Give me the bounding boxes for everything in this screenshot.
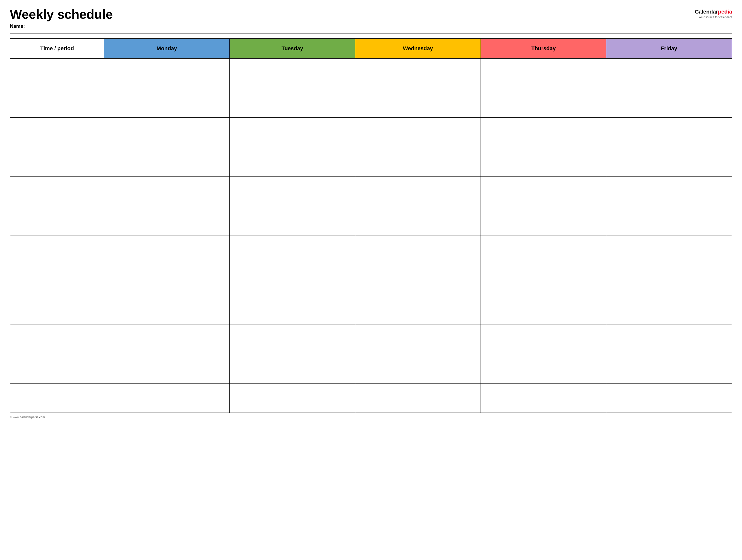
schedule-cell[interactable]: [355, 295, 481, 324]
schedule-cell[interactable]: [606, 383, 732, 413]
schedule-cell[interactable]: [481, 176, 606, 206]
schedule-cell[interactable]: [481, 295, 606, 324]
time-cell[interactable]: [10, 295, 104, 324]
time-cell[interactable]: [10, 88, 104, 117]
schedule-cell[interactable]: [481, 383, 606, 413]
time-cell[interactable]: [10, 176, 104, 206]
schedule-cell[interactable]: [606, 117, 732, 147]
col-header-monday: Monday: [104, 39, 229, 58]
table-row: [10, 147, 732, 176]
schedule-cell[interactable]: [606, 88, 732, 117]
schedule-cell[interactable]: [104, 265, 229, 295]
schedule-cell[interactable]: [355, 58, 481, 88]
page-title: Weekly schedule: [10, 7, 113, 21]
time-cell[interactable]: [10, 265, 104, 295]
schedule-cell[interactable]: [481, 147, 606, 176]
schedule-cell[interactable]: [104, 88, 229, 117]
schedule-cell[interactable]: [104, 236, 229, 265]
name-label: Name:: [10, 23, 113, 29]
schedule-cell[interactable]: [606, 58, 732, 88]
schedule-cell[interactable]: [355, 354, 481, 383]
schedule-cell[interactable]: [229, 147, 355, 176]
schedule-body: [10, 58, 732, 413]
schedule-cell[interactable]: [229, 176, 355, 206]
schedule-cell[interactable]: [481, 58, 606, 88]
time-cell[interactable]: [10, 117, 104, 147]
schedule-cell[interactable]: [104, 176, 229, 206]
schedule-cell[interactable]: [104, 147, 229, 176]
schedule-cell[interactable]: [481, 117, 606, 147]
schedule-cell[interactable]: [104, 383, 229, 413]
schedule-cell[interactable]: [606, 176, 732, 206]
schedule-cell[interactable]: [229, 58, 355, 88]
schedule-cell[interactable]: [355, 383, 481, 413]
page-header: Weekly schedule Name: Calendarpedia Your…: [10, 7, 732, 29]
logo-calendar-text: Calendar: [695, 9, 718, 15]
schedule-cell[interactable]: [229, 117, 355, 147]
table-row: [10, 295, 732, 324]
schedule-cell[interactable]: [355, 324, 481, 354]
schedule-cell[interactable]: [104, 58, 229, 88]
schedule-cell[interactable]: [104, 324, 229, 354]
schedule-cell[interactable]: [355, 236, 481, 265]
logo: Calendarpedia: [695, 9, 732, 15]
table-row: [10, 354, 732, 383]
table-row: [10, 88, 732, 117]
copyright-text: © www.calendarpedia.com: [10, 415, 45, 419]
table-row: [10, 206, 732, 236]
schedule-cell[interactable]: [481, 265, 606, 295]
schedule-cell[interactable]: [355, 117, 481, 147]
schedule-cell[interactable]: [355, 147, 481, 176]
table-row: [10, 176, 732, 206]
schedule-cell[interactable]: [606, 324, 732, 354]
title-section: Weekly schedule Name:: [10, 7, 113, 29]
schedule-cell[interactable]: [606, 354, 732, 383]
schedule-cell[interactable]: [229, 324, 355, 354]
schedule-cell[interactable]: [229, 88, 355, 117]
schedule-cell[interactable]: [104, 117, 229, 147]
time-cell[interactable]: [10, 206, 104, 236]
table-row: [10, 383, 732, 413]
schedule-cell[interactable]: [104, 206, 229, 236]
col-header-friday: Friday: [606, 39, 732, 58]
header-divider: [10, 33, 732, 34]
schedule-cell[interactable]: [481, 206, 606, 236]
table-header-row: Time / period Monday Tuesday Wednesday T…: [10, 39, 732, 58]
time-cell[interactable]: [10, 383, 104, 413]
schedule-cell[interactable]: [481, 236, 606, 265]
schedule-cell[interactable]: [606, 147, 732, 176]
schedule-cell[interactable]: [355, 206, 481, 236]
schedule-cell[interactable]: [229, 206, 355, 236]
schedule-cell[interactable]: [355, 176, 481, 206]
footer: © www.calendarpedia.com: [10, 415, 732, 419]
schedule-cell[interactable]: [606, 295, 732, 324]
time-cell[interactable]: [10, 324, 104, 354]
schedule-cell[interactable]: [606, 206, 732, 236]
schedule-cell[interactable]: [355, 88, 481, 117]
table-row: [10, 117, 732, 147]
schedule-cell[interactable]: [104, 354, 229, 383]
col-header-tuesday: Tuesday: [229, 39, 355, 58]
time-cell[interactable]: [10, 58, 104, 88]
time-cell[interactable]: [10, 354, 104, 383]
schedule-cell[interactable]: [606, 236, 732, 265]
schedule-cell[interactable]: [229, 295, 355, 324]
schedule-cell[interactable]: [606, 265, 732, 295]
time-cell[interactable]: [10, 147, 104, 176]
schedule-cell[interactable]: [229, 265, 355, 295]
table-row: [10, 265, 732, 295]
schedule-cell[interactable]: [229, 354, 355, 383]
logo-pedia-text: pedia: [718, 9, 732, 15]
logo-section: Calendarpedia Your source for calendars: [695, 9, 732, 19]
col-header-wednesday: Wednesday: [355, 39, 481, 58]
schedule-cell[interactable]: [481, 324, 606, 354]
schedule-cell[interactable]: [481, 88, 606, 117]
schedule-cell[interactable]: [481, 354, 606, 383]
schedule-table: Time / period Monday Tuesday Wednesday T…: [10, 39, 732, 413]
col-header-time: Time / period: [10, 39, 104, 58]
schedule-cell[interactable]: [229, 383, 355, 413]
schedule-cell[interactable]: [355, 265, 481, 295]
schedule-cell[interactable]: [229, 236, 355, 265]
schedule-cell[interactable]: [104, 295, 229, 324]
time-cell[interactable]: [10, 236, 104, 265]
